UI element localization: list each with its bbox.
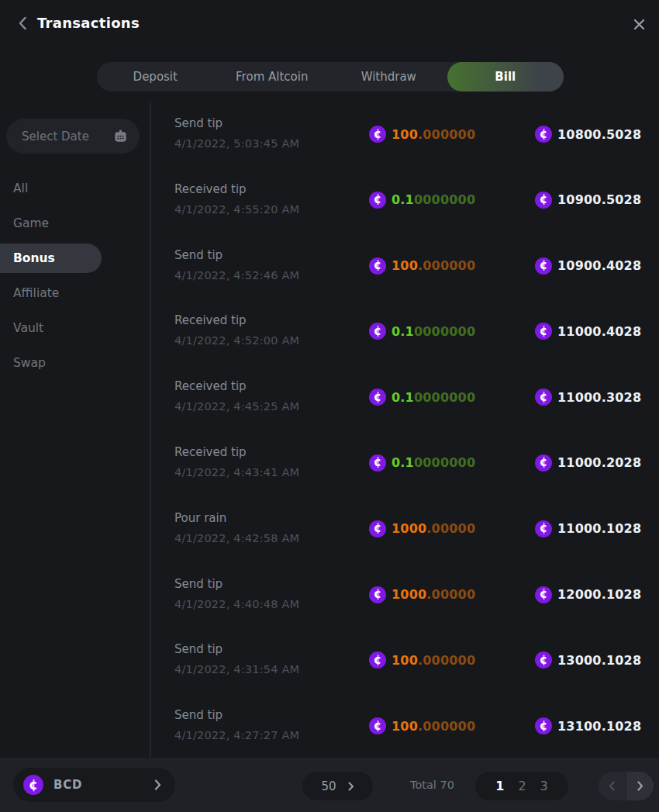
- tab-withdraw[interactable]: Withdraw: [330, 62, 447, 92]
- transaction-type: Send tip: [174, 248, 223, 262]
- amount-value: 100.000000: [392, 127, 475, 142]
- amount-value: 0.10000000: [392, 192, 475, 207]
- transaction-amount: ¢ 100.000000: [369, 257, 475, 275]
- balance-value: 10800.5028: [557, 127, 641, 142]
- close-button[interactable]: [630, 15, 648, 33]
- transaction-amount: ¢ 1000.00000: [369, 520, 475, 537]
- select-date-button[interactable]: Select Date: [6, 119, 140, 154]
- pager-controls: [599, 772, 654, 800]
- transaction-type: Send tip: [174, 577, 223, 591]
- balance-value: 13000.1028: [557, 653, 641, 668]
- amount-main: 0.1: [392, 390, 414, 405]
- calendar-icon: [113, 129, 128, 143]
- transaction-row: Received tip 4/1/2022, 4:55:20 AM ¢ 0.10…: [151, 174, 659, 240]
- transaction-type: Send tip: [174, 708, 223, 722]
- chevron-left-icon: [609, 781, 616, 791]
- sidebar-item-game[interactable]: Game: [0, 206, 150, 240]
- tab-deposit[interactable]: Deposit: [97, 62, 214, 92]
- transaction-datetime: 4/1/2022, 4:52:00 AM: [174, 334, 299, 347]
- page-button-1[interactable]: 1: [495, 779, 504, 793]
- amount-rest: 0000000: [414, 324, 475, 339]
- close-icon: [633, 19, 645, 30]
- balance-value: 11000.4028: [557, 324, 641, 339]
- bcd-coin-icon: ¢: [369, 192, 386, 209]
- balance-value: 11000.3028: [557, 390, 641, 405]
- transaction-datetime: 4/1/2022, 5:03:45 AM: [174, 137, 299, 150]
- page-size-value: 50: [321, 779, 336, 793]
- sidebar-item-all[interactable]: All: [0, 171, 150, 206]
- bcd-coin-icon: ¢: [535, 323, 552, 340]
- transaction-balance: ¢ 11000.4028: [535, 323, 641, 340]
- transaction-type: Received tip: [174, 182, 247, 196]
- amount-rest: 0000000: [414, 390, 475, 405]
- transaction-datetime: 4/1/2022, 4:42:58 AM: [174, 532, 299, 544]
- amount-main: 1000: [392, 587, 426, 602]
- transaction-list: Send tip 4/1/2022, 5:03:45 AM ¢ 100.0000…: [151, 109, 659, 758]
- bcd-coin-icon: ¢: [369, 389, 386, 406]
- previous-page-button[interactable]: [599, 772, 626, 800]
- amount-rest: 0000000: [414, 455, 475, 470]
- sidebar-item-vault[interactable]: Vault: [0, 310, 150, 345]
- page-button-3[interactable]: 3: [540, 779, 548, 793]
- amount-rest: .000000: [418, 653, 475, 668]
- bcd-coin-icon: ¢: [535, 586, 552, 603]
- tab-bill[interactable]: Bill: [447, 62, 564, 92]
- transaction-balance: ¢ 11000.1028: [535, 520, 641, 537]
- transaction-amount: ¢ 0.10000000: [369, 192, 475, 209]
- amount-value: 1000.00000: [392, 521, 475, 536]
- next-page-button[interactable]: [626, 772, 654, 800]
- total-count: Total 70: [392, 758, 473, 812]
- back-button[interactable]: [12, 13, 33, 33]
- transaction-row: Received tip 4/1/2022, 4:43:41 AM ¢ 0.10…: [151, 437, 659, 503]
- transaction-datetime: 4/1/2022, 4:55:20 AM: [174, 203, 299, 216]
- bcd-coin-icon: ¢: [369, 323, 386, 340]
- bcd-coin-icon: ¢: [535, 717, 552, 734]
- bcd-coin-icon: ¢: [535, 389, 552, 406]
- amount-rest: .000000: [418, 719, 475, 734]
- currency-label: BCD: [53, 778, 82, 792]
- amount-value: 0.10000000: [392, 390, 475, 405]
- bcd-coin-icon: ¢: [369, 454, 386, 472]
- amount-value: 100.000000: [392, 653, 475, 668]
- amount-rest: .00000: [426, 587, 475, 602]
- bcd-coin-icon: ¢: [535, 257, 552, 275]
- bcd-coin-icon: ¢: [535, 192, 552, 209]
- transaction-datetime: 4/1/2022, 4:52:46 AM: [174, 269, 299, 282]
- transactions-modal: Transactions Deposit From Altcoin Withdr…: [0, 0, 659, 812]
- transaction-row: Send tip 4/1/2022, 5:03:45 AM ¢ 100.0000…: [151, 109, 659, 174]
- balance-value: 12000.1028: [557, 587, 641, 602]
- transaction-amount: ¢ 1000.00000: [369, 586, 475, 603]
- transaction-balance: ¢ 11000.3028: [535, 389, 641, 406]
- transaction-row: Send tip 4/1/2022, 4:52:46 AM ¢ 100.0000…: [151, 240, 659, 306]
- transaction-datetime: 4/1/2022, 4:27:27 AM: [174, 729, 299, 741]
- transaction-type: Send tip: [174, 116, 223, 130]
- sidebar-item-affiliate[interactable]: Affiliate: [0, 275, 150, 310]
- transaction-balance: ¢ 13000.1028: [535, 651, 641, 669]
- amount-main: 100: [392, 258, 418, 273]
- amount-main: 0.1: [392, 455, 414, 470]
- page-button-2[interactable]: 2: [518, 779, 526, 793]
- page-size-selector[interactable]: 50: [302, 772, 373, 800]
- sidebar-item-bonus[interactable]: Bonus: [0, 244, 102, 273]
- amount-value: 1000.00000: [392, 587, 475, 602]
- chevron-right-icon: [637, 781, 643, 791]
- amount-main: 100: [392, 653, 418, 668]
- bcd-coin-icon: ¢: [369, 717, 386, 734]
- amount-rest: .00000: [426, 521, 475, 536]
- balance-value: 10900.4028: [557, 258, 641, 273]
- sidebar-item-swap[interactable]: Swap: [0, 345, 150, 380]
- currency-selector[interactable]: ¢ BCD: [13, 768, 175, 802]
- filter-nav: All Game Bonus Affiliate Vault Swap: [0, 171, 150, 380]
- transaction-amount: ¢ 0.10000000: [369, 454, 475, 472]
- balance-value: 13100.1028: [557, 719, 641, 734]
- amount-rest: 0000000: [414, 192, 475, 207]
- transaction-row: Send tip 4/1/2022, 4:31:54 AM ¢ 100.0000…: [151, 634, 659, 700]
- transaction-datetime: 4/1/2022, 4:31:54 AM: [174, 663, 299, 676]
- balance-value: 11000.2028: [557, 455, 641, 470]
- amount-value: 100.000000: [392, 719, 475, 734]
- footer-bar: ¢ BCD 50 Total 70 1 2 3: [0, 758, 659, 812]
- tab-from-altcoin[interactable]: From Altcoin: [214, 62, 331, 92]
- bcd-coin-icon: ¢: [369, 126, 386, 143]
- transaction-amount: ¢ 0.10000000: [369, 389, 475, 406]
- transaction-balance: ¢ 13100.1028: [535, 717, 641, 734]
